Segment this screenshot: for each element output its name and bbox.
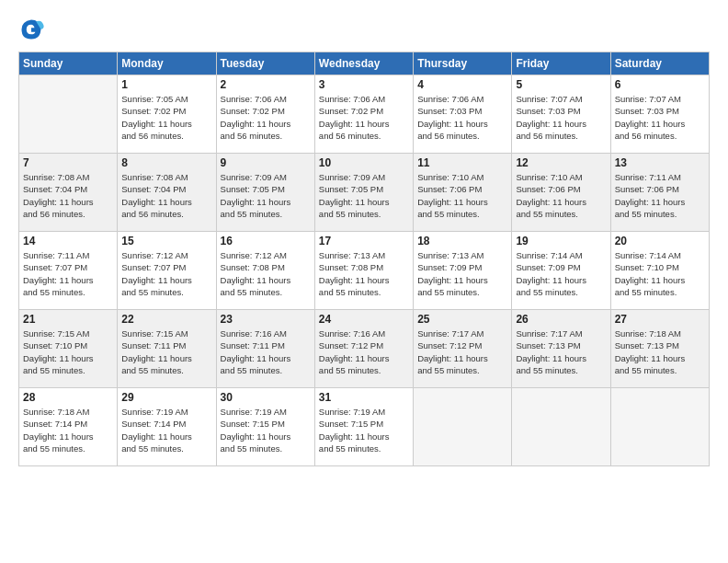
calendar-day-cell: 10Sunrise: 7:09 AM Sunset: 7:05 PM Dayli…: [314, 154, 413, 232]
day-number: 24: [319, 313, 409, 326]
calendar-day-cell: 13Sunrise: 7:11 AM Sunset: 7:06 PM Dayli…: [610, 154, 709, 232]
day-number: 8: [121, 156, 211, 169]
calendar-day-cell: [414, 388, 512, 466]
day-detail: Sunrise: 7:06 AM Sunset: 7:02 PM Dayligh…: [319, 93, 409, 142]
calendar-week-row: 7Sunrise: 7:08 AM Sunset: 7:04 PM Daylig…: [19, 154, 710, 232]
calendar-day-cell: 23Sunrise: 7:16 AM Sunset: 7:11 PM Dayli…: [216, 310, 314, 388]
calendar-table: SundayMondayTuesdayWednesdayThursdayFrid…: [18, 52, 710, 466]
day-number: 1: [121, 78, 211, 91]
calendar-day-cell: 17Sunrise: 7:13 AM Sunset: 7:08 PM Dayli…: [314, 232, 413, 310]
day-detail: Sunrise: 7:14 AM Sunset: 7:10 PM Dayligh…: [615, 249, 705, 298]
calendar-day-cell: 29Sunrise: 7:19 AM Sunset: 7:14 PM Dayli…: [118, 388, 216, 466]
day-detail: Sunrise: 7:17 AM Sunset: 7:12 PM Dayligh…: [417, 327, 507, 376]
day-detail: Sunrise: 7:16 AM Sunset: 7:11 PM Dayligh…: [221, 327, 311, 376]
weekday-header-tuesday: Tuesday: [216, 52, 314, 75]
day-detail: Sunrise: 7:16 AM Sunset: 7:12 PM Dayligh…: [319, 327, 409, 376]
calendar-day-cell: [512, 388, 610, 466]
day-detail: Sunrise: 7:05 AM Sunset: 7:02 PM Dayligh…: [121, 93, 211, 142]
calendar-page: SundayMondayTuesdayWednesdayThursdayFrid…: [0, 0, 728, 563]
day-number: 26: [516, 313, 606, 326]
header: [18, 17, 710, 42]
weekday-header-row: SundayMondayTuesdayWednesdayThursdayFrid…: [19, 52, 710, 75]
day-number: 5: [516, 78, 606, 91]
weekday-header-wednesday: Wednesday: [314, 52, 413, 75]
calendar-day-cell: 15Sunrise: 7:12 AM Sunset: 7:07 PM Dayli…: [118, 232, 216, 310]
day-number: 25: [417, 313, 507, 326]
day-detail: Sunrise: 7:08 AM Sunset: 7:04 PM Dayligh…: [121, 171, 211, 220]
logo-icon: [18, 17, 44, 42]
day-number: 3: [319, 78, 409, 91]
calendar-day-cell: 8Sunrise: 7:08 AM Sunset: 7:04 PM Daylig…: [118, 154, 216, 232]
weekday-header-saturday: Saturday: [610, 52, 709, 75]
day-detail: Sunrise: 7:10 AM Sunset: 7:06 PM Dayligh…: [417, 171, 507, 220]
day-number: 23: [221, 313, 311, 326]
day-number: 22: [121, 313, 211, 326]
day-detail: Sunrise: 7:06 AM Sunset: 7:02 PM Dayligh…: [221, 93, 311, 142]
day-detail: Sunrise: 7:13 AM Sunset: 7:08 PM Dayligh…: [319, 249, 409, 298]
calendar-day-cell: 11Sunrise: 7:10 AM Sunset: 7:06 PM Dayli…: [414, 154, 512, 232]
calendar-day-cell: 24Sunrise: 7:16 AM Sunset: 7:12 PM Dayli…: [314, 310, 413, 388]
day-number: 6: [615, 78, 705, 91]
day-detail: Sunrise: 7:18 AM Sunset: 7:13 PM Dayligh…: [615, 327, 705, 376]
calendar-day-cell: 28Sunrise: 7:18 AM Sunset: 7:14 PM Dayli…: [19, 388, 118, 466]
calendar-day-cell: 26Sunrise: 7:17 AM Sunset: 7:13 PM Dayli…: [512, 310, 610, 388]
day-number: 11: [417, 156, 507, 169]
calendar-day-cell: 18Sunrise: 7:13 AM Sunset: 7:09 PM Dayli…: [414, 232, 512, 310]
day-detail: Sunrise: 7:10 AM Sunset: 7:06 PM Dayligh…: [516, 171, 606, 220]
calendar-day-cell: 3Sunrise: 7:06 AM Sunset: 7:02 PM Daylig…: [314, 75, 413, 154]
calendar-day-cell: 21Sunrise: 7:15 AM Sunset: 7:10 PM Dayli…: [19, 310, 118, 388]
calendar-day-cell: 30Sunrise: 7:19 AM Sunset: 7:15 PM Dayli…: [216, 388, 314, 466]
day-detail: Sunrise: 7:15 AM Sunset: 7:10 PM Dayligh…: [23, 327, 113, 376]
day-number: 31: [319, 391, 409, 404]
calendar-week-row: 1Sunrise: 7:05 AM Sunset: 7:02 PM Daylig…: [19, 75, 710, 154]
day-detail: Sunrise: 7:09 AM Sunset: 7:05 PM Dayligh…: [319, 171, 409, 220]
day-number: 30: [221, 391, 311, 404]
day-number: 16: [221, 235, 311, 247]
calendar-day-cell: 22Sunrise: 7:15 AM Sunset: 7:11 PM Dayli…: [118, 310, 216, 388]
weekday-header-sunday: Sunday: [19, 52, 118, 75]
day-number: 29: [121, 391, 211, 404]
day-detail: Sunrise: 7:14 AM Sunset: 7:09 PM Dayligh…: [516, 249, 606, 298]
calendar-day-cell: 20Sunrise: 7:14 AM Sunset: 7:10 PM Dayli…: [610, 232, 709, 310]
day-number: 19: [516, 235, 606, 247]
day-number: 10: [319, 156, 409, 169]
weekday-header-friday: Friday: [512, 52, 610, 75]
calendar-week-row: 28Sunrise: 7:18 AM Sunset: 7:14 PM Dayli…: [19, 388, 710, 466]
day-number: 18: [417, 235, 507, 247]
day-detail: Sunrise: 7:09 AM Sunset: 7:05 PM Dayligh…: [221, 171, 311, 220]
calendar-week-row: 14Sunrise: 7:11 AM Sunset: 7:07 PM Dayli…: [19, 232, 710, 310]
day-detail: Sunrise: 7:08 AM Sunset: 7:04 PM Dayligh…: [23, 171, 113, 220]
day-number: 12: [516, 156, 606, 169]
calendar-day-cell: 25Sunrise: 7:17 AM Sunset: 7:12 PM Dayli…: [414, 310, 512, 388]
day-number: 28: [23, 391, 113, 404]
day-number: 13: [615, 156, 705, 169]
calendar-week-row: 21Sunrise: 7:15 AM Sunset: 7:10 PM Dayli…: [19, 310, 710, 388]
day-detail: Sunrise: 7:06 AM Sunset: 7:03 PM Dayligh…: [417, 93, 507, 142]
logo: [18, 17, 48, 42]
day-detail: Sunrise: 7:07 AM Sunset: 7:03 PM Dayligh…: [615, 93, 705, 142]
day-detail: Sunrise: 7:15 AM Sunset: 7:11 PM Dayligh…: [121, 327, 211, 376]
calendar-day-cell: 12Sunrise: 7:10 AM Sunset: 7:06 PM Dayli…: [512, 154, 610, 232]
day-detail: Sunrise: 7:07 AM Sunset: 7:03 PM Dayligh…: [516, 93, 606, 142]
day-number: 7: [23, 156, 113, 169]
calendar-day-cell: 31Sunrise: 7:19 AM Sunset: 7:15 PM Dayli…: [314, 388, 413, 466]
day-number: 17: [319, 235, 409, 247]
calendar-day-cell: 7Sunrise: 7:08 AM Sunset: 7:04 PM Daylig…: [19, 154, 118, 232]
weekday-header-monday: Monday: [118, 52, 216, 75]
day-detail: Sunrise: 7:19 AM Sunset: 7:15 PM Dayligh…: [319, 406, 409, 454]
calendar-day-cell: 16Sunrise: 7:12 AM Sunset: 7:08 PM Dayli…: [216, 232, 314, 310]
day-detail: Sunrise: 7:13 AM Sunset: 7:09 PM Dayligh…: [417, 249, 507, 298]
day-detail: Sunrise: 7:11 AM Sunset: 7:06 PM Dayligh…: [615, 171, 705, 220]
day-number: 4: [417, 78, 507, 91]
day-detail: Sunrise: 7:17 AM Sunset: 7:13 PM Dayligh…: [516, 327, 606, 376]
calendar-day-cell: 2Sunrise: 7:06 AM Sunset: 7:02 PM Daylig…: [216, 75, 314, 154]
day-number: 21: [23, 313, 113, 326]
weekday-header-thursday: Thursday: [414, 52, 512, 75]
day-detail: Sunrise: 7:19 AM Sunset: 7:15 PM Dayligh…: [221, 406, 311, 454]
day-number: 15: [121, 235, 211, 247]
calendar-day-cell: 1Sunrise: 7:05 AM Sunset: 7:02 PM Daylig…: [118, 75, 216, 154]
day-number: 20: [615, 235, 705, 247]
day-number: 27: [615, 313, 705, 326]
day-detail: Sunrise: 7:18 AM Sunset: 7:14 PM Dayligh…: [23, 406, 113, 454]
calendar-day-cell: [19, 75, 118, 154]
